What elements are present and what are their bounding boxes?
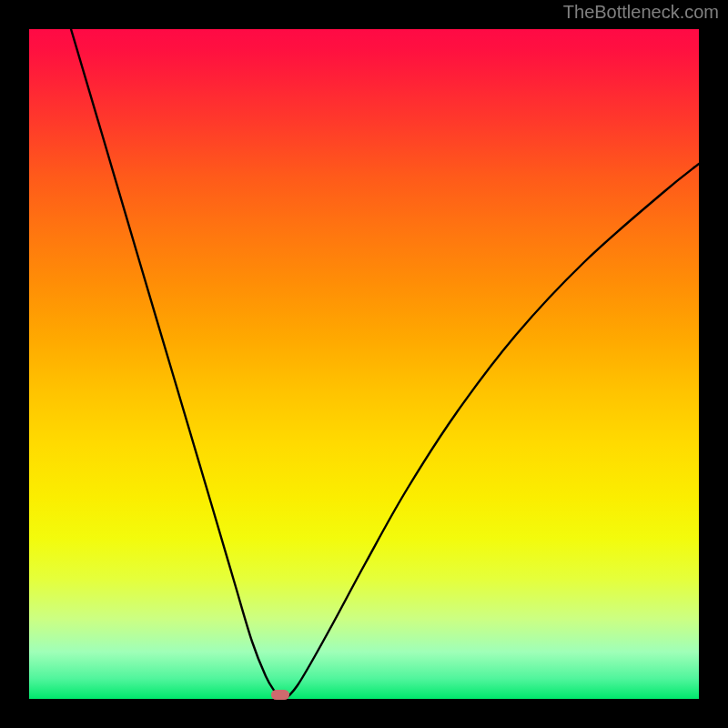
curve-left-branch xyxy=(71,29,284,699)
chart-svg xyxy=(29,29,699,699)
dip-marker xyxy=(271,690,289,700)
watermark-text: TheBottleneck.com xyxy=(563,2,719,23)
chart-plot-area xyxy=(29,29,699,699)
curve-right-branch xyxy=(284,164,699,699)
